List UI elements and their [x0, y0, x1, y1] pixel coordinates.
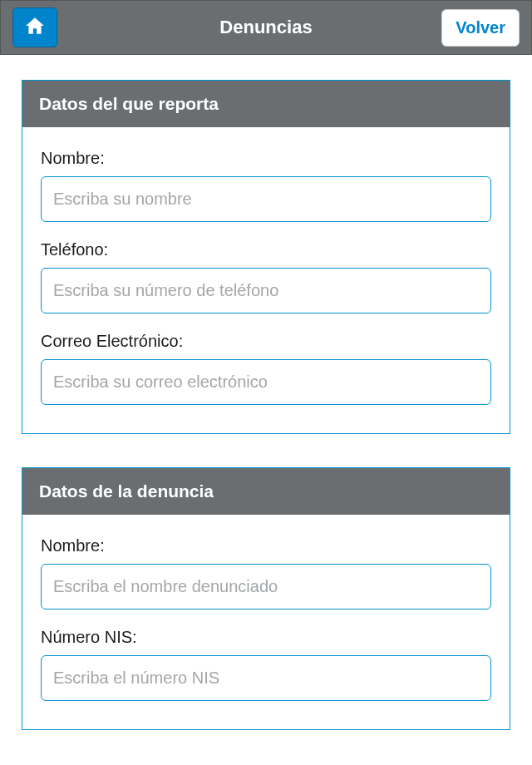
- reporter-name-group: Nombre:: [41, 149, 491, 222]
- complaint-nis-group: Número NIS:: [41, 628, 491, 701]
- complaint-name-group: Nombre:: [41, 536, 491, 610]
- reporter-name-input[interactable]: [41, 176, 491, 222]
- reporter-phone-input[interactable]: [41, 268, 491, 313]
- reporter-email-group: Correo Electrónico:: [41, 332, 491, 405]
- complaint-nis-input[interactable]: [41, 655, 491, 701]
- reporter-phone-group: Teléfono:: [41, 240, 491, 313]
- complaint-nis-label: Número NIS:: [41, 628, 491, 647]
- home-button[interactable]: [12, 7, 57, 47]
- complaint-card-body: Nombre: Número NIS:: [22, 515, 510, 729]
- complaint-name-label: Nombre:: [41, 536, 491, 555]
- complaint-card: Datos de la denuncia Nombre: Número NIS:: [22, 467, 510, 730]
- content-area: Datos del que reporta Nombre: Teléfono: …: [0, 55, 532, 730]
- reporter-card: Datos del que reporta Nombre: Teléfono: …: [22, 80, 510, 434]
- reporter-email-input[interactable]: [41, 359, 491, 405]
- app-header: Denuncias Volver: [0, 0, 532, 55]
- reporter-phone-label: Teléfono:: [41, 240, 491, 259]
- complaint-card-title: Datos de la denuncia: [22, 468, 510, 515]
- reporter-name-label: Nombre:: [41, 149, 491, 168]
- home-icon: [24, 15, 46, 40]
- page-title: Denuncias: [219, 17, 312, 38]
- reporter-card-title: Datos del que reporta: [22, 81, 510, 127]
- reporter-email-label: Correo Electrónico:: [41, 332, 491, 351]
- back-button[interactable]: Volver: [441, 9, 520, 47]
- reporter-card-body: Nombre: Teléfono: Correo Electrónico:: [22, 127, 510, 433]
- complaint-name-input[interactable]: [41, 564, 491, 610]
